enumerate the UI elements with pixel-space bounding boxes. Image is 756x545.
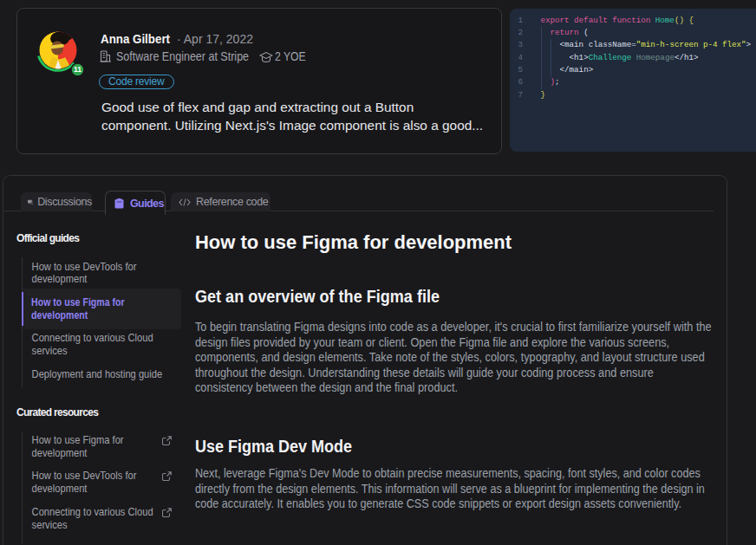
svg-text:11: 11 <box>74 65 81 74</box>
